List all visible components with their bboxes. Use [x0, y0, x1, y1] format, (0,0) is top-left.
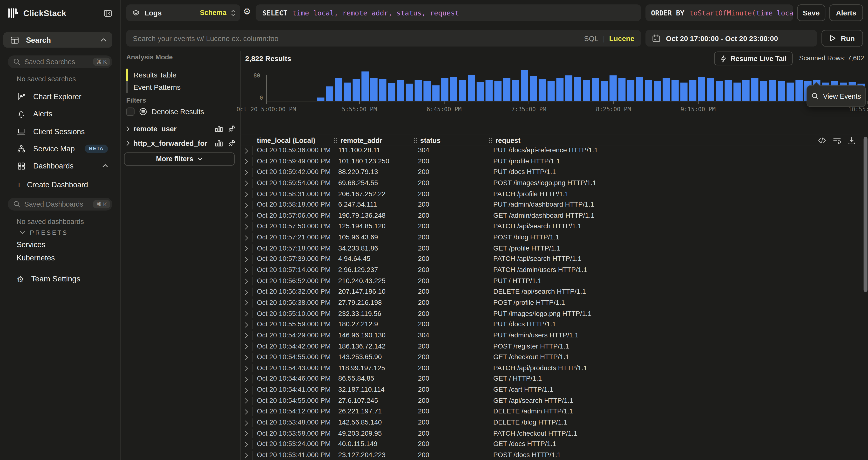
source-settings-gear-icon[interactable]: ⚙ — [243, 7, 251, 16]
mode-results-table[interactable]: Results Table — [126, 69, 235, 81]
row-expand-chevron-icon[interactable] — [245, 224, 249, 230]
row-expand-chevron-icon[interactable] — [245, 311, 249, 317]
row-expand-chevron-icon[interactable] — [245, 169, 249, 175]
row-expand-chevron-icon[interactable] — [245, 278, 249, 284]
denoise-checkbox[interactable] — [126, 107, 134, 116]
table-row[interactable]: Oct 20 10:57:18.000 PM 34.233.81.86 200 … — [240, 243, 863, 254]
table-row[interactable]: Oct 20 10:59:54.000 PM 69.68.254.55 200 … — [240, 178, 863, 189]
table-row[interactable]: Oct 20 10:58:31.000 PM 206.167.252.22 20… — [240, 189, 863, 200]
source-select[interactable]: Logs Schema — [126, 4, 240, 21]
mode-event-patterns[interactable]: Event Patterns — [126, 81, 235, 93]
filter-field-http-x-forwarded-for[interactable]: http_x_forwarded_for — [126, 136, 236, 150]
saved-searches-input[interactable]: Saved Searches ⌘ K — [8, 56, 112, 68]
bar-chart-icon[interactable] — [215, 125, 223, 133]
table-row[interactable]: Oct 20 10:53:48.000 PM 142.56.85.140 200… — [240, 417, 863, 428]
drag-handle-icon[interactable] — [413, 137, 417, 143]
pin-icon[interactable] — [228, 139, 236, 147]
more-filters-button[interactable]: More filters — [124, 152, 235, 166]
bar-chart-icon[interactable] — [215, 139, 223, 147]
pin-icon[interactable] — [228, 125, 236, 133]
sidebar-item-service-map[interactable]: Service Map BETA — [8, 141, 112, 156]
event-search-input[interactable]: Search your events w/ Lucene ex. column:… — [126, 30, 641, 47]
wrap-lines-icon[interactable] — [833, 137, 841, 144]
row-expand-chevron-icon[interactable] — [245, 431, 249, 437]
row-expand-chevron-icon[interactable] — [245, 333, 249, 339]
events-histogram[interactable]: 80 0 Oct 20 5:00:00 PM5:55:00 PM6:45:00 … — [240, 69, 868, 102]
chevron-up-icon[interactable] — [101, 38, 106, 41]
row-expand-chevron-icon[interactable] — [245, 354, 249, 361]
table-row[interactable]: Oct 20 10:57:39.000 PM 4.94.64.45 200 PA… — [240, 254, 863, 265]
select-clause-input[interactable]: SELECT time_local, remote_addr, status, … — [256, 4, 641, 21]
row-expand-chevron-icon[interactable] — [245, 180, 249, 186]
drag-handle-icon[interactable] — [489, 137, 493, 143]
table-row[interactable]: Oct 20 10:54:29.000 PM 146.96.190.130 30… — [240, 330, 863, 341]
alerts-button[interactable]: Alerts — [829, 4, 863, 21]
download-icon[interactable] — [848, 137, 855, 144]
sidebar-item-chart-explorer[interactable]: Chart Explorer — [8, 89, 112, 104]
row-expand-chevron-icon[interactable] — [245, 409, 249, 415]
table-row[interactable]: Oct 20 10:54:42.000 PM 186.136.72.142 20… — [240, 341, 863, 352]
sidebar-item-client-sessions[interactable]: Client Sessions — [8, 123, 112, 139]
row-expand-chevron-icon[interactable] — [245, 267, 249, 274]
orderby-clause-input[interactable]: ORDER BY toStartOfMinute(time_local) D — [646, 4, 793, 21]
sidebar-item-dashboards[interactable]: Dashboards — [8, 158, 112, 173]
column-header-status[interactable]: status — [413, 135, 440, 146]
table-row[interactable]: Oct 20 10:57:14.000 PM 2.96.129.237 200 … — [240, 265, 863, 276]
saved-dashboards-input[interactable]: Saved Dashboards ⌘ K — [8, 198, 112, 211]
resume-live-tail-button[interactable]: Resume Live Tail — [714, 52, 793, 65]
row-expand-chevron-icon[interactable] — [245, 344, 249, 350]
row-expand-chevron-icon[interactable] — [245, 300, 249, 306]
row-expand-chevron-icon[interactable] — [245, 420, 249, 426]
time-range-picker[interactable]: Oct 20 17:00:00 - Oct 20 23:00:00 — [646, 30, 817, 47]
preset-item-kubernetes[interactable]: Kubernetes — [17, 254, 55, 262]
column-header-time-local[interactable]: time_local (Local) — [257, 135, 315, 146]
table-row[interactable]: Oct 20 10:56:52.000 PM 210.240.43.225 20… — [240, 276, 863, 287]
table-row[interactable]: Oct 20 10:54:43.000 PM 118.99.197.125 20… — [240, 363, 863, 374]
table-row[interactable]: Oct 20 10:59:36.000 PM 111.100.28.11 304… — [240, 145, 863, 156]
sidebar-collapse-icon[interactable] — [103, 9, 112, 18]
drag-handle-icon[interactable] — [334, 137, 338, 143]
table-row[interactable]: Oct 20 10:55:59.000 PM 180.27.212.9 200 … — [240, 319, 863, 330]
row-expand-chevron-icon[interactable] — [245, 452, 249, 458]
lucene-toggle[interactable]: Lucene — [609, 34, 634, 42]
table-row[interactable]: Oct 20 10:55:10.000 PM 232.33.119.56 200… — [240, 309, 863, 319]
presets-toggle[interactable]: PRESETS — [20, 230, 68, 236]
row-expand-chevron-icon[interactable] — [245, 365, 249, 371]
table-row[interactable]: Oct 20 10:54:55.000 PM 143.253.65.90 200… — [240, 352, 863, 363]
row-expand-chevron-icon[interactable] — [245, 202, 249, 208]
table-row[interactable]: Oct 20 10:53:41.000 PM 23.127.204.223 20… — [240, 450, 863, 460]
vertical-scrollbar[interactable] — [864, 137, 868, 292]
row-expand-chevron-icon[interactable] — [245, 441, 249, 448]
row-expand-chevron-icon[interactable] — [245, 289, 249, 295]
table-row[interactable]: Oct 20 10:56:32.000 PM 207.147.196.10 20… — [240, 287, 863, 297]
table-row[interactable]: Oct 20 10:54:12.000 PM 26.221.197.71 200… — [240, 406, 863, 417]
preset-item-services[interactable]: Services — [17, 240, 45, 249]
chevron-up-icon[interactable] — [102, 164, 108, 168]
row-expand-chevron-icon[interactable] — [245, 213, 249, 219]
table-row[interactable]: Oct 20 10:56:38.000 PM 27.79.216.198 200… — [240, 297, 863, 309]
table-row[interactable]: Oct 20 10:54:55.000 PM 27.6.107.245 200 … — [240, 396, 863, 406]
team-settings-button[interactable]: ⚙ Team Settings — [17, 274, 80, 283]
code-view-icon[interactable] — [818, 137, 826, 143]
create-dashboard-button[interactable]: + Create Dashboard — [17, 180, 88, 189]
table-row[interactable]: Oct 20 10:54:41.000 PM 32.187.110.114 20… — [240, 385, 863, 396]
table-row[interactable]: Oct 20 10:58:18.000 PM 6.247.54.111 200 … — [240, 200, 863, 210]
table-row[interactable]: Oct 20 10:53:24.000 PM 40.0.115.149 200 … — [240, 439, 863, 450]
column-header-request[interactable]: request — [489, 135, 520, 146]
sql-toggle[interactable]: SQL — [584, 34, 598, 42]
table-row[interactable]: Oct 20 10:57:50.000 PM 125.194.85.120 20… — [240, 221, 863, 232]
sidebar-item-search[interactable]: Search — [3, 32, 112, 48]
row-expand-chevron-icon[interactable] — [245, 159, 249, 165]
row-expand-chevron-icon[interactable] — [245, 246, 249, 252]
save-button[interactable]: Save — [797, 4, 825, 21]
row-expand-chevron-icon[interactable] — [245, 148, 249, 154]
row-expand-chevron-icon[interactable] — [245, 387, 249, 393]
table-row[interactable]: Oct 20 10:59:42.000 PM 88.220.79.13 200 … — [240, 167, 863, 178]
row-expand-chevron-icon[interactable] — [245, 191, 249, 197]
view-events-tooltip[interactable]: View Events — [807, 85, 866, 107]
table-row[interactable]: Oct 20 10:54:46.000 PM 86.55.84.85 200 G… — [240, 374, 863, 384]
row-expand-chevron-icon[interactable] — [245, 398, 249, 404]
row-expand-chevron-icon[interactable] — [245, 322, 249, 328]
run-button[interactable]: Run — [822, 30, 863, 47]
column-header-remote-addr[interactable]: remote_addr — [334, 135, 382, 146]
